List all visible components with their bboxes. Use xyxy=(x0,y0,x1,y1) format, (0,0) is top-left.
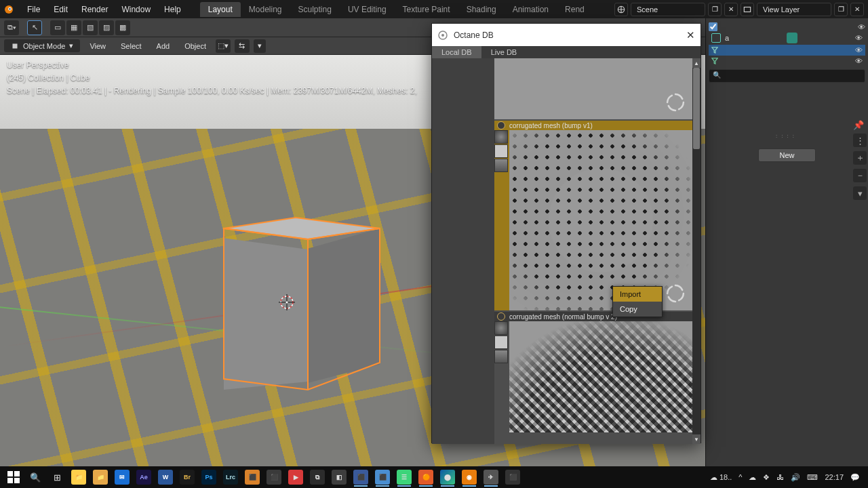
material-card[interactable]: corrugated mesh (normal bump v 2) xyxy=(494,312,692,432)
tray-clock[interactable]: 22:17 xyxy=(825,473,844,481)
scene-delete-icon[interactable]: ✕ xyxy=(724,3,738,16)
select-subtract-icon[interactable]: ▧ xyxy=(83,20,98,35)
menu-file[interactable]: File xyxy=(20,2,47,17)
start-button[interactable] xyxy=(3,468,24,487)
taskbar-app-1[interactable]: 📁 xyxy=(90,468,111,487)
taskbar-app-8[interactable]: ⬛ xyxy=(372,468,393,487)
thumb-icon[interactable] xyxy=(494,144,508,158)
menu-edit[interactable]: Edit xyxy=(47,2,75,17)
task-view-icon[interactable]: ⊞ xyxy=(46,468,68,487)
taskbar-app-5[interactable]: ⧉ xyxy=(307,468,328,487)
gizmo-icon[interactable]: ⬚▾ xyxy=(216,39,231,53)
tray-volume-icon[interactable]: 🔊 xyxy=(791,473,800,482)
close-icon[interactable]: ✕ xyxy=(686,29,695,41)
thumb-icon[interactable] xyxy=(494,336,508,349)
taskbar-explorer[interactable]: 📁 xyxy=(68,468,90,487)
taskbar-app-3[interactable]: ⬛ xyxy=(263,468,285,487)
tab-sculpting[interactable]: Sculpting xyxy=(290,2,340,17)
scene-new-icon[interactable]: ❐ xyxy=(708,3,722,16)
viewlayer-new-icon[interactable]: ❐ xyxy=(834,3,848,16)
context-import[interactable]: Import xyxy=(613,287,662,302)
add-icon[interactable]: ＋ xyxy=(853,151,867,165)
dialog-category-tree[interactable] xyxy=(432,58,494,444)
scroll-thumb[interactable] xyxy=(693,68,700,149)
editor-type-icon[interactable]: ⧉▾ xyxy=(4,20,19,35)
taskbar-app-12[interactable]: ⬛ xyxy=(502,468,524,487)
selected-cube-object[interactable] xyxy=(224,218,380,397)
taskbar-edge[interactable]: ⬤ xyxy=(437,468,458,487)
select-invert-icon[interactable]: ▩ xyxy=(115,20,130,35)
visibility-eye-icon[interactable]: 👁 xyxy=(855,34,863,42)
new-material-button[interactable]: New xyxy=(758,148,815,162)
thumb-icon[interactable] xyxy=(494,159,508,172)
menu-window[interactable]: Window xyxy=(115,2,157,17)
tab-shading[interactable]: Shading xyxy=(458,2,505,17)
taskbar-app-9[interactable]: ☰ xyxy=(393,468,415,487)
visibility-eye-icon[interactable]: 👁 xyxy=(858,23,865,31)
outliner-checkbox[interactable] xyxy=(709,22,717,31)
dialog-titlebar[interactable]: Octane DB ✕ xyxy=(432,24,701,46)
tab-animation[interactable]: Animation xyxy=(505,2,557,17)
material-card[interactable] xyxy=(494,58,692,119)
tab-live-db[interactable]: Live DB xyxy=(481,46,527,58)
menu-view[interactable]: View xyxy=(84,40,111,52)
tray-notifications-icon[interactable]: 💬 xyxy=(850,473,860,482)
outliner-search-input[interactable] xyxy=(709,69,865,83)
taskbar-app-10[interactable]: 🟠 xyxy=(415,468,437,487)
remove-icon[interactable]: － xyxy=(853,169,867,182)
tray-chevron-icon[interactable]: ^ xyxy=(738,473,742,481)
overlays-chevron-icon[interactable]: ▾ xyxy=(254,39,266,53)
mode-dropdown[interactable]: Object Mode ▾ xyxy=(4,39,80,52)
chevron-down-icon[interactable]: ▾ xyxy=(853,186,867,200)
thumb-icon[interactable] xyxy=(494,350,508,363)
thumb-icon[interactable] xyxy=(494,321,508,335)
material-card-selected[interactable]: corrugated mesh (bump v1) Import Copy xyxy=(494,121,692,310)
scroll-up-icon[interactable]: ▲ xyxy=(692,58,701,68)
menu-object[interactable]: Object xyxy=(179,40,212,52)
thumb-icon[interactable] xyxy=(494,130,508,144)
taskbar-after-effects[interactable]: Ae xyxy=(133,468,155,487)
taskbar-lightroom[interactable]: Lrc xyxy=(220,468,241,487)
viewlayer-browse-icon[interactable] xyxy=(741,3,754,16)
tab-texture-paint[interactable]: Texture Paint xyxy=(395,2,458,17)
tray-dropbox-icon[interactable]: ❖ xyxy=(763,473,770,482)
viewlayer-delete-icon[interactable]: ✕ xyxy=(850,3,864,16)
scene-name-field[interactable]: Scene xyxy=(631,3,705,16)
viewlayer-name-field[interactable]: View Layer xyxy=(757,3,831,16)
search-icon[interactable]: 🔍 xyxy=(24,468,46,487)
select-intersect-icon[interactable]: ▨ xyxy=(99,20,114,35)
tab-modeling[interactable]: Modeling xyxy=(241,2,290,17)
select-box-icon[interactable]: ▭ xyxy=(50,20,65,35)
taskbar-word[interactable]: W xyxy=(155,468,176,487)
tray-onedrive-icon[interactable]: ☁ xyxy=(749,473,756,482)
visibility-eye-icon[interactable]: 👁 xyxy=(855,57,863,65)
taskbar-photoshop[interactable]: Ps xyxy=(198,468,220,487)
taskbar-app-11[interactable]: ✈ xyxy=(480,468,502,487)
tab-rendering[interactable]: Rend xyxy=(557,2,593,17)
menu-add[interactable]: Add xyxy=(151,40,176,52)
menu-render[interactable]: Render xyxy=(75,2,115,17)
cursor-tool-icon[interactable]: ↖ xyxy=(27,20,42,35)
outliner-row-selected[interactable]: 👁 xyxy=(709,45,865,56)
taskbar-blender[interactable]: ◉ xyxy=(458,468,480,487)
tab-layout[interactable]: Layout xyxy=(200,2,241,17)
taskbar-app-2[interactable]: ⬛ xyxy=(241,468,263,487)
menu-select[interactable]: Select xyxy=(115,40,147,52)
taskbar-app-7[interactable]: ⬛ xyxy=(350,468,372,487)
scroll-down-icon[interactable]: ▼ xyxy=(692,434,701,444)
taskbar-app-6[interactable]: ◧ xyxy=(328,468,350,487)
tab-uv-editing[interactable]: UV Editing xyxy=(340,2,395,17)
pin-icon[interactable]: 📌 xyxy=(853,120,864,130)
taskbar-mail[interactable]: ✉ xyxy=(111,468,133,487)
visibility-eye-icon[interactable]: 👁 xyxy=(855,46,863,54)
weather-widget[interactable]: ☁ 18.. xyxy=(710,473,732,482)
context-copy[interactable]: Copy xyxy=(613,302,662,317)
taskbar-app-4[interactable]: ▶ xyxy=(285,468,307,487)
dialog-scrollbar[interactable]: ▲ ▼ xyxy=(692,58,701,444)
scene-browse-icon[interactable] xyxy=(614,3,628,16)
tray-language-icon[interactable]: ⌨ xyxy=(807,473,818,482)
options-icon[interactable]: ⋮ xyxy=(853,134,867,147)
outliner-row-scene[interactable]: a 👁 xyxy=(709,31,865,45)
outliner-row[interactable]: 👁 xyxy=(709,56,865,66)
tab-local-db[interactable]: Local DB xyxy=(432,46,481,58)
